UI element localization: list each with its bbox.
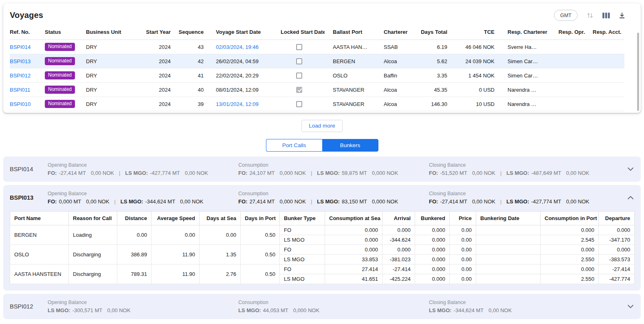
cell-locked-start-date bbox=[271, 83, 325, 97]
fuel-value: 0,00 NOK bbox=[488, 307, 512, 313]
consumption-block: ConsumptionLS MGO:44,053 MT0,000 NOK bbox=[238, 300, 429, 313]
locked-start-date-checkbox[interactable] bbox=[296, 101, 302, 107]
bunker-accordion-header[interactable]: BSPI012Opening BalanceLS MGO:-300,571 MT… bbox=[10, 294, 634, 319]
locked-start-date-checkbox[interactable] bbox=[296, 73, 302, 79]
bunker-accordion-header[interactable]: BSPI014Opening BalanceFO:-27,414 MT0,00 … bbox=[10, 156, 634, 182]
voyages-column-header[interactable]: Ref. No. bbox=[10, 26, 45, 40]
cell-port-name: OSLO bbox=[10, 245, 69, 264]
voyage-row[interactable]: BSPI013NominatedDRY20244226/02/2024, 04:… bbox=[10, 54, 624, 68]
cell-consumption-in-port: 0.000 bbox=[541, 225, 599, 235]
fuel-value: 0,00 NOK bbox=[472, 170, 495, 176]
cell-status: Nominated bbox=[45, 54, 86, 68]
chevron-down-icon[interactable] bbox=[627, 166, 634, 172]
table-scrollbar[interactable] bbox=[637, 33, 639, 111]
voyages-column-header[interactable]: Status bbox=[45, 26, 86, 40]
fuel-quantity: 83,150 MT bbox=[342, 198, 367, 205]
fuel-name: FO: bbox=[429, 198, 438, 205]
columns-icon[interactable] bbox=[602, 13, 610, 18]
cell-voyage-start-date: 22/02/2024, 20:29 bbox=[207, 68, 271, 83]
cell-business-unit: DRY bbox=[86, 40, 137, 54]
voyage-row[interactable]: BSPI012NominatedDRY20244122/02/2024, 20:… bbox=[10, 68, 624, 83]
fuel-name: LS MGO: bbox=[48, 307, 70, 313]
cell-price: 0.00 bbox=[450, 274, 476, 284]
cell-status: Nominated bbox=[45, 68, 86, 83]
voyage-start-date[interactable]: 02/03/2024, 19:46 bbox=[216, 44, 259, 50]
download-icon[interactable] bbox=[619, 12, 625, 19]
cell-bunker-type: FO bbox=[280, 264, 325, 274]
cell-sequence: 42 bbox=[174, 54, 207, 68]
tab-port-calls[interactable]: Port Calls bbox=[266, 139, 322, 152]
voyage-ref-link[interactable]: BSPI014 bbox=[10, 44, 31, 50]
voyages-table: Ref. No.StatusBusiness UnitStart YearSeq… bbox=[10, 26, 624, 111]
tab-bunkers[interactable]: Bunkers bbox=[322, 139, 378, 152]
voyages-column-header[interactable]: Start Year bbox=[137, 26, 174, 40]
cell-days-total: 6.19 bbox=[413, 40, 451, 54]
cell-voyage-start-date: 08/01/2024, 12:09 bbox=[207, 83, 271, 97]
balance-label: Consumption bbox=[238, 191, 429, 196]
voyages-column-header[interactable]: Resp. Opr. bbox=[549, 26, 588, 40]
sort-icon[interactable] bbox=[587, 12, 593, 19]
fuel-name: LS MGO: bbox=[238, 307, 261, 313]
fuel-name: LS MGO: bbox=[317, 170, 340, 176]
cell-arrival: -344.624 bbox=[382, 235, 415, 245]
balance-line: FO:-27,414 MT0,00 NOK|LS MGO:-427,774 MT… bbox=[429, 198, 627, 205]
chevron-down-icon[interactable] bbox=[627, 303, 634, 310]
voyages-column-header[interactable]: Voyage Start Date bbox=[207, 26, 271, 40]
fuel-value: 0,00 NOK bbox=[472, 198, 495, 205]
cell-days-in-port: 0.50 bbox=[241, 225, 280, 245]
port-column-header: Arrival bbox=[382, 212, 415, 225]
voyage-ref-link[interactable]: BSPI013 bbox=[10, 58, 31, 64]
voyage-ref-link[interactable]: BSPI011 bbox=[10, 87, 30, 93]
voyages-column-header[interactable]: Sequence bbox=[174, 26, 207, 40]
voyage-row[interactable]: BSPI010NominatedDRY20243913/01/2024, 12:… bbox=[10, 97, 624, 111]
voyage-start-date: 08/01/2024, 12:09 bbox=[216, 87, 259, 93]
port-fuel-row: OSLODischarging386.8911.901.350.50FO0.00… bbox=[10, 245, 635, 255]
consumption-block: ConsumptionFO:27,414 MT0,000 NOK|LS MGO:… bbox=[238, 191, 429, 205]
cell-locked-start-date bbox=[271, 68, 325, 83]
load-more-button[interactable]: Load more bbox=[301, 120, 343, 132]
voyages-column-header[interactable]: Resp. Acct. bbox=[588, 26, 624, 40]
voyages-column-header[interactable]: Resp. Charterer bbox=[498, 26, 549, 40]
cell-distance: 789.31 bbox=[117, 264, 152, 284]
cell-days-total: 3.35 bbox=[413, 68, 451, 83]
cell-distance: 386.89 bbox=[117, 245, 152, 264]
cell-port-name: AASTA HANSTEEN bbox=[10, 264, 69, 284]
cell-business-unit: DRY bbox=[86, 54, 137, 68]
locked-start-date-checkbox[interactable] bbox=[296, 87, 302, 93]
voyage-ref-link[interactable]: BSPI010 bbox=[10, 101, 31, 107]
cell-arrival: 0.000 bbox=[382, 225, 415, 235]
voyages-column-header[interactable]: Ballast Port bbox=[325, 26, 376, 40]
voyage-ref-link[interactable]: BSPI012 bbox=[10, 73, 31, 79]
voyages-column-header[interactable]: Business Unit bbox=[86, 26, 137, 40]
cell-days-at-sea: 1.35 bbox=[200, 245, 241, 264]
voyage-ref: BSPI013 bbox=[10, 194, 48, 201]
fuel-value: 0,00 NOK bbox=[566, 170, 589, 176]
port-column-header: Bunker Type bbox=[280, 212, 325, 225]
bunker-accordion-header[interactable]: BSPI013Opening BalanceFO:0,000 MT0,00 NO… bbox=[10, 185, 634, 210]
closing-balance-block: Closing BalanceFO:-27,414 MT0,00 NOK|LS … bbox=[429, 191, 627, 205]
locked-start-date-checkbox[interactable] bbox=[296, 44, 302, 50]
cell-resp-opr bbox=[549, 40, 588, 54]
voyages-column-header[interactable]: Charterer bbox=[376, 26, 413, 40]
cell-resp-charterer: Narendra … bbox=[498, 83, 549, 97]
cell-charterer: Alcoa bbox=[376, 83, 413, 97]
timezone-button[interactable]: GMT bbox=[554, 10, 578, 21]
fuel-value: 0,000 NOK bbox=[372, 170, 398, 176]
cell-start-year: 2024 bbox=[137, 83, 174, 97]
voyages-column-header[interactable]: TCE bbox=[451, 26, 498, 40]
voyage-row[interactable]: BSPI014NominatedDRY20244302/03/2024, 19:… bbox=[10, 40, 624, 54]
cell-days-total: 45.35 bbox=[413, 83, 451, 97]
chevron-up-icon[interactable] bbox=[627, 194, 634, 201]
cell-departure: -383.573 bbox=[599, 255, 635, 264]
bunker-section-bspi014: BSPI014Opening BalanceFO:-27,414 MT0,00 … bbox=[3, 156, 641, 182]
cell-locked-start-date bbox=[271, 54, 325, 68]
voyages-column-header[interactable]: Locked Start Date bbox=[271, 26, 325, 40]
cell-resp-opr bbox=[549, 54, 588, 68]
voyages-column-header[interactable]: Days Total bbox=[413, 26, 451, 40]
cell-sequence: 40 bbox=[174, 83, 207, 97]
cell-arrival: -425.224 bbox=[382, 274, 415, 284]
voyage-row[interactable]: BSPI011NominatedDRY20244008/01/2024, 12:… bbox=[10, 83, 624, 97]
locked-start-date-checkbox[interactable] bbox=[296, 58, 302, 64]
consumption-block: ConsumptionFO:24,107 MT0,000 NOK|LS MGO:… bbox=[238, 162, 429, 176]
voyage-start-date[interactable]: 13/01/2024, 12:09 bbox=[216, 101, 259, 107]
